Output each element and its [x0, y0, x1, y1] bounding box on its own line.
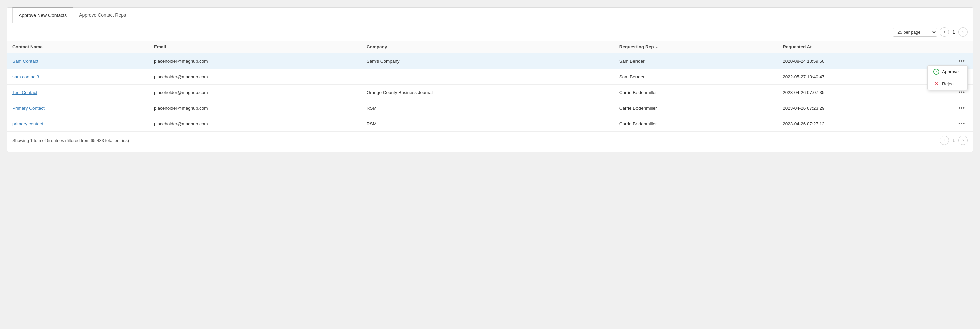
approve-icon: ✓: [933, 68, 939, 75]
col-header-requested_at: Requested At: [777, 41, 950, 53]
actions-dots-button[interactable]: •••: [956, 57, 967, 65]
actions-dots-button[interactable]: •••: [956, 119, 967, 128]
col-header-contact_name: Contact Name: [7, 41, 148, 53]
table-row: Sam Contactplaceholder@maghub.comSam's C…: [7, 53, 973, 69]
table-row: Test Contactplaceholder@maghub.comOrange…: [7, 84, 973, 100]
actions-dots-button[interactable]: •••: [956, 104, 967, 112]
approve-label: Approve: [942, 69, 959, 74]
cell-company: Sam's Company: [361, 53, 614, 69]
footer-prev-page-button[interactable]: ‹: [940, 136, 949, 145]
actions-menu-container: •••✓Approve✕Reject: [956, 57, 967, 65]
table-row: sam contact3placeholder@maghub.comSam Be…: [7, 69, 973, 84]
cell-company: Orange County Business Journal: [361, 84, 614, 100]
col-header-company: Company: [361, 41, 614, 53]
cell-contact-name: Primary Contact: [7, 100, 148, 116]
toolbar: 10 per page25 per page50 per page100 per…: [7, 24, 973, 41]
showing-text: Showing 1 to 5 of 5 entries (filtered fr…: [13, 138, 129, 143]
contacts-table: Contact NameEmailCompanyRequesting Rep▲R…: [7, 41, 973, 132]
page-number: 1: [951, 29, 956, 35]
contact-name-link[interactable]: Sam Contact: [13, 59, 38, 64]
prev-page-button[interactable]: ‹: [940, 27, 949, 37]
actions-menu-container: •••✓Approve✕Reject: [956, 119, 967, 128]
footer-page-nav: ‹ 1 ›: [940, 136, 967, 145]
cell-requesting-rep: Carrie Bodenmiller: [614, 116, 777, 132]
cell-email: placeholder@maghub.com: [148, 69, 361, 84]
cell-company: RSM: [361, 100, 614, 116]
cell-contact-name: primary contact: [7, 116, 148, 132]
col-header-actions: [950, 41, 973, 53]
contact-name-link[interactable]: primary contact: [13, 121, 43, 126]
cell-actions: •••✓Approve✕Reject: [950, 100, 973, 116]
footer-next-page-button[interactable]: ›: [958, 136, 967, 145]
table-footer: Showing 1 to 5 of 5 entries (filtered fr…: [7, 132, 973, 145]
col-header-email: Email: [148, 41, 361, 53]
per-page-select[interactable]: 10 per page25 per page50 per page100 per…: [893, 28, 937, 37]
footer-page-number: 1: [951, 138, 956, 143]
cell-requested-at: 2023-04-26 07:07:35: [777, 84, 950, 100]
contact-name-link[interactable]: Primary Contact: [13, 106, 45, 111]
tabs-container: Approve New Contacts Approve Contact Rep…: [7, 8, 973, 24]
cell-actions: •••✓Approve✕Reject: [950, 116, 973, 132]
table-header-row: Contact NameEmailCompanyRequesting Rep▲R…: [7, 41, 973, 53]
reject-icon: ✕: [933, 81, 939, 87]
contact-name-link[interactable]: Test Contact: [13, 90, 37, 95]
cell-email: placeholder@maghub.com: [148, 84, 361, 100]
reject-menu-item[interactable]: ✕Reject: [928, 78, 967, 90]
page-nav: ‹ 1 ›: [940, 27, 967, 37]
approve-menu-item[interactable]: ✓Approve: [928, 65, 967, 78]
table-body: Sam Contactplaceholder@maghub.comSam's C…: [7, 53, 973, 132]
reject-label: Reject: [942, 81, 955, 86]
cell-requested-at: 2023-04-26 07:27:12: [777, 116, 950, 132]
action-dropdown-menu: ✓Approve✕Reject: [928, 65, 967, 90]
cell-contact-name: sam contact3: [7, 69, 148, 84]
cell-email: placeholder@maghub.com: [148, 116, 361, 132]
cell-email: placeholder@maghub.com: [148, 53, 361, 69]
cell-requested-at: 2022-05-27 10:40:47: [777, 69, 950, 84]
actions-menu-container: •••✓Approve✕Reject: [956, 104, 967, 112]
tab-approve-contact-reps[interactable]: Approve Contact Reps: [73, 8, 132, 24]
breadcrumb: [0, 0, 980, 3]
cell-requesting-rep: Carrie Bodenmiller: [614, 84, 777, 100]
page-title: [0, 3, 980, 7]
cell-requesting-rep: Sam Bender: [614, 69, 777, 84]
cell-contact-name: Test Contact: [7, 84, 148, 100]
cell-requesting-rep: Sam Bender: [614, 53, 777, 69]
cell-email: placeholder@maghub.com: [148, 100, 361, 116]
cell-requested-at: 2020-08-24 10:59:50: [777, 53, 950, 69]
table-row: primary contactplaceholder@maghub.comRSM…: [7, 116, 973, 132]
contact-name-link[interactable]: sam contact3: [13, 74, 39, 79]
table-header: Contact NameEmailCompanyRequesting Rep▲R…: [7, 41, 973, 53]
cell-contact-name: Sam Contact: [7, 53, 148, 69]
tab-approve-new-contacts[interactable]: Approve New Contacts: [13, 7, 73, 24]
next-page-button[interactable]: ›: [958, 27, 967, 37]
sort-icon-requesting_rep: ▲: [655, 46, 659, 49]
main-card: Approve New Contacts Approve Contact Rep…: [7, 7, 973, 152]
cell-company: RSM: [361, 116, 614, 132]
cell-actions: •••✓Approve✕Reject: [950, 53, 973, 69]
cell-requested-at: 2023-04-26 07:23:29: [777, 100, 950, 116]
cell-requesting-rep: Carrie Bodenmiller: [614, 100, 777, 116]
table-row: Primary Contactplaceholder@maghub.comRSM…: [7, 100, 973, 116]
cell-company: [361, 69, 614, 84]
col-header-requesting_rep[interactable]: Requesting Rep▲: [614, 41, 777, 53]
